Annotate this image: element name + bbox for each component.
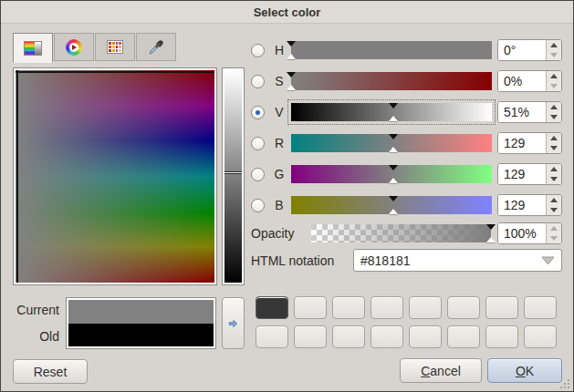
spin-down-r[interactable] xyxy=(547,143,561,153)
radio-g[interactable] xyxy=(251,168,265,181)
slider-handle-b-bottom xyxy=(389,209,398,214)
current-label: Current xyxy=(1,303,59,317)
palette-swatch[interactable] xyxy=(294,325,327,348)
selector-tabs xyxy=(13,33,177,63)
palette-swatch[interactable] xyxy=(409,296,442,319)
tab-palette[interactable] xyxy=(95,33,135,61)
spin-down-g[interactable] xyxy=(547,174,561,184)
palette-swatch[interactable] xyxy=(294,296,327,319)
channel-row-v: V 51% xyxy=(251,102,562,122)
channel-label-v: V xyxy=(273,105,286,119)
palette-swatch-saved[interactable] xyxy=(256,296,288,319)
opacity-row: Opacity 100% xyxy=(251,223,562,243)
radio-s[interactable] xyxy=(251,75,265,88)
opacity-label: Opacity xyxy=(251,226,294,241)
slider-handle-r-bottom xyxy=(389,147,398,152)
spin-up-b[interactable] xyxy=(547,195,561,205)
slider-handle-r[interactable] xyxy=(389,134,398,139)
slider-handle-g[interactable] xyxy=(389,165,398,170)
channel-label-b: B xyxy=(273,198,286,212)
html-notation-combo[interactable]: #818181 xyxy=(353,249,562,272)
opacity-entry[interactable]: 100% xyxy=(498,223,546,243)
color-history-palette xyxy=(256,296,557,348)
opacity-spinbox: 100% xyxy=(497,222,562,244)
palette-swatch[interactable] xyxy=(485,325,518,348)
hue-saturation-square[interactable] xyxy=(13,67,217,285)
palette-swatch[interactable] xyxy=(370,296,403,319)
palette-swatch[interactable] xyxy=(485,296,518,319)
slider-h[interactable] xyxy=(291,41,492,59)
value-bar[interactable] xyxy=(222,67,245,285)
slider-g[interactable] xyxy=(291,165,492,183)
slider-s[interactable] xyxy=(291,72,492,90)
palette-swatch[interactable] xyxy=(370,325,403,348)
palette-swatch[interactable] xyxy=(332,325,365,348)
ok-mnemonic: O xyxy=(516,364,526,378)
opacity-spin-down[interactable] xyxy=(547,233,561,243)
spin-up-v[interactable] xyxy=(547,102,561,112)
palette-swatch[interactable] xyxy=(524,296,557,319)
radio-b[interactable] xyxy=(251,199,265,212)
cancel-button-label: ancel xyxy=(430,364,460,378)
spin-down-v[interactable] xyxy=(547,112,561,122)
spin-down-h[interactable] xyxy=(547,50,561,60)
slider-r[interactable] xyxy=(291,134,492,152)
ok-button-label: K xyxy=(526,364,534,378)
slider-b[interactable] xyxy=(291,196,492,214)
spin-up-s[interactable] xyxy=(547,71,561,81)
palette-swatch[interactable] xyxy=(447,325,480,348)
cancel-button[interactable]: Cancel xyxy=(400,358,482,383)
value-marker[interactable] xyxy=(224,171,242,174)
color-strip-icon xyxy=(24,41,42,56)
spin-up-h[interactable] xyxy=(547,40,561,50)
ok-button[interactable]: OK xyxy=(487,358,562,383)
palette-swatch[interactable] xyxy=(524,325,557,348)
titlebar[interactable]: Select color xyxy=(1,1,573,24)
spinbox-v: 51% xyxy=(497,101,562,123)
slider-handle-s[interactable] xyxy=(287,72,296,77)
slider-handle-v[interactable] xyxy=(389,103,398,108)
spinbox-h: 0° xyxy=(497,39,562,61)
channel-row-r: R 129 xyxy=(251,133,562,153)
spin-down-b[interactable] xyxy=(547,205,561,215)
palette-swatch[interactable] xyxy=(332,296,365,319)
spin-up-g[interactable] xyxy=(547,164,561,174)
window-title: Select color xyxy=(254,5,321,19)
reset-button[interactable]: Reset xyxy=(13,359,88,384)
radio-h[interactable] xyxy=(251,44,265,57)
old-label: Old xyxy=(1,329,59,344)
tab-color-wheel[interactable] xyxy=(54,33,94,61)
resize-grip[interactable] xyxy=(560,378,570,388)
radio-v[interactable] xyxy=(251,106,265,119)
palette-swatch[interactable] xyxy=(447,296,480,319)
spinbox-r: 129 xyxy=(497,132,562,154)
spin-down-s[interactable] xyxy=(547,81,561,91)
spin-up-r[interactable] xyxy=(547,133,561,143)
spin-entry-g[interactable]: 129 xyxy=(498,164,546,184)
spin-entry-h[interactable]: 0° xyxy=(498,40,546,60)
add-to-palette-button[interactable] xyxy=(222,297,245,349)
spin-entry-s[interactable]: 0% xyxy=(498,71,546,91)
combo-dropdown-icon[interactable] xyxy=(541,256,555,265)
slider-handle-b[interactable] xyxy=(389,196,398,201)
cancel-mnemonic: C xyxy=(421,364,430,378)
slider-v[interactable] xyxy=(291,103,492,121)
opacity-spin-up[interactable] xyxy=(547,223,561,233)
spin-entry-v[interactable]: 51% xyxy=(498,102,546,122)
opacity-slider[interactable] xyxy=(311,224,491,242)
color-wheel-icon xyxy=(66,39,82,56)
eyedropper-icon xyxy=(148,39,164,56)
radio-r[interactable] xyxy=(251,137,265,150)
channel-label-r: R xyxy=(273,136,286,150)
tab-color-picker[interactable] xyxy=(136,33,176,61)
spin-entry-b[interactable]: 129 xyxy=(498,195,546,215)
slider-handle-h[interactable] xyxy=(287,41,296,46)
opacity-handle[interactable] xyxy=(486,224,496,230)
tab-gimp-selector[interactable] xyxy=(13,33,53,63)
select-color-dialog: Select color xyxy=(0,0,574,392)
hue-saturation-gradient xyxy=(16,70,214,283)
spin-entry-r[interactable]: 129 xyxy=(498,133,546,153)
palette-swatch[interactable] xyxy=(409,325,442,348)
html-notation-value[interactable]: #818181 xyxy=(360,253,541,268)
palette-swatch[interactable] xyxy=(256,325,288,348)
